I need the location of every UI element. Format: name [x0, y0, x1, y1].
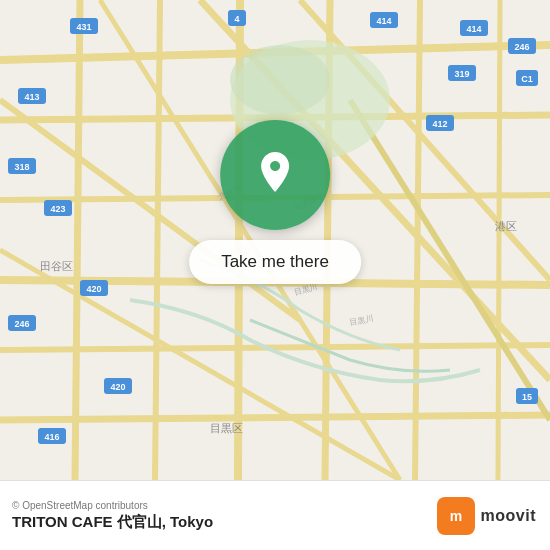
moovit-icon: m: [437, 497, 475, 535]
map-container: 431 4 414 414 246 C1 319 413 412 318 423…: [0, 0, 550, 480]
svg-text:246: 246: [14, 319, 29, 329]
svg-text:m: m: [449, 508, 461, 524]
svg-text:416: 416: [44, 432, 59, 442]
svg-text:319: 319: [454, 69, 469, 79]
osm-attribution: © OpenStreetMap contributors: [12, 500, 213, 511]
svg-point-20: [230, 45, 330, 115]
place-name: TRITON CAFE 代官山, Tokyo: [12, 513, 213, 532]
map-pin-icon: [251, 148, 299, 203]
svg-text:414: 414: [466, 24, 481, 34]
svg-text:15: 15: [522, 392, 532, 402]
svg-text:4: 4: [234, 14, 239, 24]
svg-text:423: 423: [50, 204, 65, 214]
svg-text:420: 420: [110, 382, 125, 392]
moovit-brand-text: moovit: [481, 507, 536, 525]
svg-line-6: [0, 415, 550, 420]
svg-text:414: 414: [376, 16, 391, 26]
svg-text:431: 431: [76, 22, 91, 32]
svg-text:413: 413: [24, 92, 39, 102]
svg-text:C1: C1: [521, 74, 533, 84]
take-me-there-button[interactable]: Take me there: [189, 240, 361, 284]
bottom-left: © OpenStreetMap contributors TRITON CAFE…: [12, 500, 213, 532]
svg-text:港区: 港区: [495, 220, 517, 232]
svg-text:318: 318: [14, 162, 29, 172]
location-card: Take me there: [189, 120, 361, 284]
svg-text:目黒区: 目黒区: [210, 422, 243, 434]
svg-line-12: [498, 0, 500, 480]
svg-text:412: 412: [432, 119, 447, 129]
bottom-bar: © OpenStreetMap contributors TRITON CAFE…: [0, 480, 550, 550]
svg-text:田谷区: 田谷区: [40, 260, 73, 272]
svg-text:420: 420: [86, 284, 101, 294]
svg-line-7: [75, 0, 80, 480]
pin-circle: [220, 120, 330, 230]
moovit-logo[interactable]: m moovit: [437, 497, 536, 535]
svg-text:246: 246: [514, 42, 529, 52]
